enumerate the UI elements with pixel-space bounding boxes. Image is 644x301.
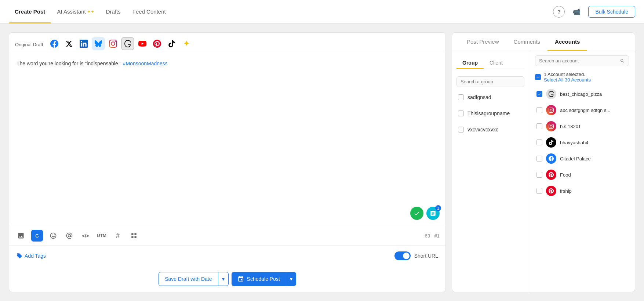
main-container: Original Draft xyxy=(0,23,644,301)
tab-client[interactable]: Client xyxy=(484,57,509,69)
search-group-input[interactable] xyxy=(461,79,522,84)
platform-tabs: Original Draft xyxy=(9,33,445,52)
media-button[interactable] xyxy=(15,230,27,242)
group-item-vxcvxcvcxvxc[interactable]: vxcvxcvcxvxc xyxy=(456,124,524,135)
account-item-bs18201[interactable]: b.s.18201 xyxy=(535,119,629,134)
account-checkbox-citadel-palace[interactable] xyxy=(536,156,542,162)
content-button[interactable]: C xyxy=(31,230,43,242)
platform-tab-facebook[interactable] xyxy=(48,37,61,50)
account-avatar-bhavyashah4 xyxy=(546,137,556,148)
platform-tab-threads[interactable] xyxy=(121,37,134,50)
platform-tab-ai[interactable]: ✦ xyxy=(180,37,193,50)
post-actions: Add Tags Short URL xyxy=(9,245,445,266)
tab-ai-assistant[interactable]: AI Assistant ✦✦ xyxy=(51,0,100,23)
tab-comments[interactable]: Comments xyxy=(506,33,548,51)
original-draft-label: Original Draft xyxy=(15,42,43,47)
nav-right-actions: ? 📹 Bulk Schedule xyxy=(553,6,635,18)
group-item-thisisagroupname[interactable]: Thisisagroupname xyxy=(456,108,524,119)
video-icon[interactable]: 📹 xyxy=(571,6,582,18)
account-avatar-bs18201 xyxy=(546,121,556,131)
save-draft-main-label: Save Draft with Date xyxy=(159,272,218,286)
accounts-column: − 1 Account selected. Select All 30 Acco… xyxy=(529,51,635,292)
tab-drafts[interactable]: Drafts xyxy=(100,0,127,23)
short-url-switch[interactable] xyxy=(394,251,411,260)
notification-badge: 1 xyxy=(435,205,441,211)
account-avatar-best-chicago-pizza xyxy=(546,89,556,99)
textarea-overlays: 1 xyxy=(410,207,440,220)
tab-accounts[interactable]: Accounts xyxy=(547,33,587,51)
schedule-post-main: Schedule Post xyxy=(232,272,286,286)
account-avatar-frship xyxy=(546,186,556,196)
group-checkbox-thisisagroupname[interactable] xyxy=(458,110,464,116)
mention-button[interactable] xyxy=(63,230,75,242)
account-checkbox-bs18201[interactable] xyxy=(536,123,542,129)
group-client-tabs: Group Client xyxy=(456,57,524,69)
platform-tab-twitter[interactable] xyxy=(62,37,76,50)
search-account-field[interactable] xyxy=(535,55,629,66)
emoji-button[interactable] xyxy=(47,230,59,242)
bottom-buttons: Save Draft with Date ▾ Schedule Post ▾ xyxy=(9,266,445,292)
add-tags-button[interactable]: Add Tags xyxy=(17,253,46,259)
search-group-field[interactable] xyxy=(456,76,524,87)
short-url-toggle: Short URL xyxy=(394,251,438,260)
top-navigation: Create Post AI Assistant ✦✦ Drafts Feed … xyxy=(0,0,644,23)
select-all-checkbox[interactable]: − xyxy=(535,74,541,80)
save-draft-button[interactable]: Save Draft with Date ▾ xyxy=(159,272,228,286)
account-item-abc-sdsfghgm[interactable]: abc sdsfghgm sdfgn s... xyxy=(535,102,629,118)
account-item-bhavyashah4[interactable]: bhavyashah4 xyxy=(535,135,629,150)
utm-button[interactable]: UTM xyxy=(96,230,108,242)
tab-feed-content[interactable]: Feed Content xyxy=(127,0,172,23)
account-checkbox-best-chicago-pizza[interactable]: ✓ xyxy=(536,91,542,97)
platform-tab-instagram[interactable] xyxy=(106,37,120,50)
platform-tab-pinterest[interactable] xyxy=(150,37,164,50)
platform-tab-tiktok[interactable] xyxy=(165,37,178,50)
help-button[interactable]: ? xyxy=(553,6,565,18)
char-count: 63 #1 xyxy=(425,233,440,239)
account-item-best-chicago-pizza[interactable]: ✓ best_chicago_pizza xyxy=(535,86,629,102)
account-avatar-abc-sdsfghgm xyxy=(546,105,556,115)
account-item-frship[interactable]: frship xyxy=(535,183,629,199)
account-checkbox-food[interactable] xyxy=(536,172,542,178)
bulk-schedule-button[interactable]: Bulk Schedule xyxy=(588,6,635,18)
tab-create-post[interactable]: Create Post xyxy=(9,0,51,23)
toggle-knob xyxy=(403,253,410,259)
tab-post-preview[interactable]: Post Preview xyxy=(459,33,506,51)
ai-star-icon: ✦✦ xyxy=(87,9,94,14)
platform-tab-linkedin[interactable] xyxy=(77,37,90,50)
account-item-citadel-palace[interactable]: Citadel Palace xyxy=(535,151,629,166)
nav-tabs: Create Post AI Assistant ✦✦ Drafts Feed … xyxy=(9,0,553,23)
select-all-link[interactable]: Select All 30 Accounts xyxy=(544,77,591,83)
ai-enhance-button[interactable]: 1 xyxy=(426,207,440,220)
account-avatar-food xyxy=(546,170,556,180)
search-account-input[interactable] xyxy=(539,58,617,64)
account-avatar-citadel-palace xyxy=(546,153,556,164)
platform-tab-youtube[interactable] xyxy=(136,37,149,50)
save-draft-dropdown-arrow[interactable]: ▾ xyxy=(218,272,228,286)
grid-button[interactable] xyxy=(128,230,140,242)
account-checkbox-frship[interactable] xyxy=(536,188,542,194)
account-selection-info: 1 Account selected. Select All 30 Accoun… xyxy=(544,71,591,83)
group-checkbox-vxcvxcvcxvxc[interactable] xyxy=(458,127,464,133)
select-all-row: − 1 Account selected. Select All 30 Acco… xyxy=(535,70,629,86)
right-panel: Post Preview Comments Accounts Group Cli… xyxy=(452,32,635,292)
account-item-food[interactable]: Food xyxy=(535,167,629,182)
group-checkbox-sadfgnsad[interactable] xyxy=(458,94,464,100)
group-column: Group Client sadfgnsad Thisisagroup xyxy=(452,51,529,292)
post-content-area: The word you're looking for is "indispen… xyxy=(9,52,445,226)
post-editor-panel: Original Draft xyxy=(9,32,446,292)
accounts-panel-content: Group Client sadfgnsad Thisisagroup xyxy=(452,51,635,292)
schedule-post-dropdown-arrow[interactable]: ▾ xyxy=(286,272,296,286)
tab-group[interactable]: Group xyxy=(456,57,484,69)
code-button[interactable]: </> xyxy=(80,230,91,242)
hashtag-button[interactable]: # xyxy=(112,230,124,242)
group-item-sadfgnsad[interactable]: sadfgnsad xyxy=(456,91,524,103)
right-panel-tabs: Post Preview Comments Accounts xyxy=(452,33,635,51)
account-checkbox-abc-sdsfghgm[interactable] xyxy=(536,107,542,113)
grammar-check-button[interactable] xyxy=(410,207,423,220)
search-account-icon xyxy=(620,58,625,64)
post-toolbar: C </> UTM # 63 #1 xyxy=(9,226,445,245)
schedule-post-button[interactable]: Schedule Post ▾ xyxy=(232,272,296,286)
platform-tab-bluesky[interactable] xyxy=(92,37,105,50)
account-checkbox-bhavyashah4[interactable] xyxy=(536,139,542,145)
